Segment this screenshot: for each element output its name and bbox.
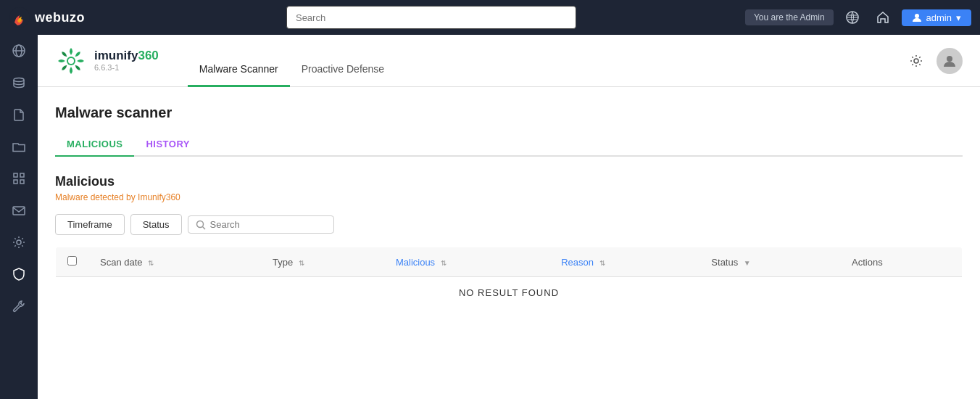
svg-rect-7 xyxy=(14,173,17,177)
column-scan-date[interactable]: Scan date ⇅ xyxy=(88,247,261,277)
svg-point-14 xyxy=(68,58,74,64)
svg-point-6 xyxy=(14,78,24,82)
search-filter-icon xyxy=(196,220,206,230)
svg-point-12 xyxy=(17,240,21,244)
topbar-logo-text: webuzo xyxy=(35,10,85,25)
imunify-logo-icon xyxy=(55,45,87,77)
status-button[interactable]: Status xyxy=(130,214,182,235)
sidebar-item-wrench[interactable] xyxy=(0,290,38,322)
admin-badge: You are the Admin xyxy=(745,9,834,25)
sidebar-item-shield[interactable] xyxy=(0,258,38,290)
column-status[interactable]: Status ▼ xyxy=(699,247,840,277)
imunify-nav: Malware Scanner Proactive Defense xyxy=(188,35,396,87)
sidebar-item-file[interactable] xyxy=(0,99,38,131)
table-search-filter xyxy=(188,215,334,234)
nav-item-malware-scanner[interactable]: Malware Scanner xyxy=(188,35,290,87)
table-header-row: Scan date ⇅ Type ⇅ Malicious ⇅ Reason xyxy=(56,247,963,277)
svg-rect-8 xyxy=(20,173,24,177)
gear-icon xyxy=(909,54,923,68)
topbar-logo: webuzo xyxy=(9,7,103,28)
status-sort-icon: ▼ xyxy=(744,259,751,267)
page-content: Malware scanner MALICIOUS HISTORY Malici… xyxy=(38,87,980,399)
sidebar-item-mail[interactable] xyxy=(0,194,38,226)
admin-label: admin xyxy=(926,12,952,23)
malicious-section: Malicious Malware detected by Imunify360… xyxy=(55,174,963,309)
imunify-user-avatar[interactable] xyxy=(937,48,963,74)
admin-button[interactable]: admin ▾ xyxy=(902,9,971,26)
svg-point-2 xyxy=(915,14,919,18)
sidebar-item-globe[interactable] xyxy=(0,35,38,67)
sidebar xyxy=(0,35,38,399)
timeframe-button[interactable]: Timeframe xyxy=(55,214,125,235)
tab-malicious[interactable]: MALICIOUS xyxy=(55,133,134,157)
webuzo-logo-icon xyxy=(9,7,30,28)
column-checkbox xyxy=(56,247,89,277)
reason-sort-icon: ⇅ xyxy=(599,259,605,267)
svg-rect-11 xyxy=(13,207,25,215)
column-actions: Actions xyxy=(840,247,962,277)
sidebar-item-apps[interactable] xyxy=(0,163,38,194)
column-malicious[interactable]: Malicious ⇅ xyxy=(384,247,549,277)
imunify-logo-text: imunify360 6.6.3-1 xyxy=(94,49,159,73)
main-content: imunify360 6.6.3-1 Malware Scanner Proac… xyxy=(38,35,980,399)
imunify-settings-btn[interactable] xyxy=(905,49,928,73)
empty-state-row: NO RESULT FOUND xyxy=(56,277,963,309)
page-title: Malware scanner xyxy=(55,104,963,121)
imunify-header-actions xyxy=(905,48,963,74)
tabs-container: MALICIOUS HISTORY xyxy=(55,133,963,157)
svg-point-17 xyxy=(196,221,203,227)
avatar-icon xyxy=(942,54,957,68)
column-reason[interactable]: Reason ⇅ xyxy=(549,247,699,277)
svg-rect-10 xyxy=(20,180,24,184)
topbar-search-container xyxy=(117,6,745,29)
wordpress-icon-btn[interactable] xyxy=(841,6,864,29)
imunify-logo: imunify360 6.6.3-1 xyxy=(55,45,159,77)
column-type[interactable]: Type ⇅ xyxy=(261,247,384,277)
svg-line-18 xyxy=(202,226,205,229)
tab-history[interactable]: HISTORY xyxy=(134,133,202,157)
sidebar-item-settings[interactable] xyxy=(0,226,38,258)
type-sort-icon: ⇅ xyxy=(299,259,304,267)
section-subtitle: Malware detected by Imunify360 xyxy=(55,192,963,202)
wordpress-icon xyxy=(846,11,859,24)
home-icon-btn[interactable] xyxy=(871,6,894,29)
svg-rect-9 xyxy=(14,180,17,184)
sidebar-item-folder[interactable] xyxy=(0,131,38,163)
empty-state-message: NO RESULT FOUND xyxy=(56,277,963,309)
home-icon xyxy=(876,11,889,24)
svg-point-16 xyxy=(947,56,952,62)
imunify-version: 6.6.3-1 xyxy=(94,63,159,73)
select-all-checkbox[interactable] xyxy=(67,256,77,266)
table-search-input[interactable] xyxy=(210,219,326,230)
user-icon xyxy=(912,12,922,22)
malicious-table: Scan date ⇅ Type ⇅ Malicious ⇅ Reason xyxy=(55,247,963,309)
nav-item-proactive-defense[interactable]: Proactive Defense xyxy=(290,35,396,87)
topbar: webuzo You are the Admin admin ▾ xyxy=(0,0,980,35)
filters-row: Timeframe Status xyxy=(55,214,963,235)
svg-point-15 xyxy=(914,59,918,63)
imunify-header: imunify360 6.6.3-1 Malware Scanner Proac… xyxy=(38,35,980,87)
sidebar-item-database[interactable] xyxy=(0,67,38,99)
section-title: Malicious xyxy=(55,174,963,189)
topbar-actions: You are the Admin admin ▾ xyxy=(745,6,971,29)
topbar-search-input[interactable] xyxy=(286,6,576,29)
scan-date-sort-icon: ⇅ xyxy=(148,259,154,267)
malicious-sort-icon: ⇅ xyxy=(441,259,447,267)
admin-dropdown-icon: ▾ xyxy=(956,12,961,23)
